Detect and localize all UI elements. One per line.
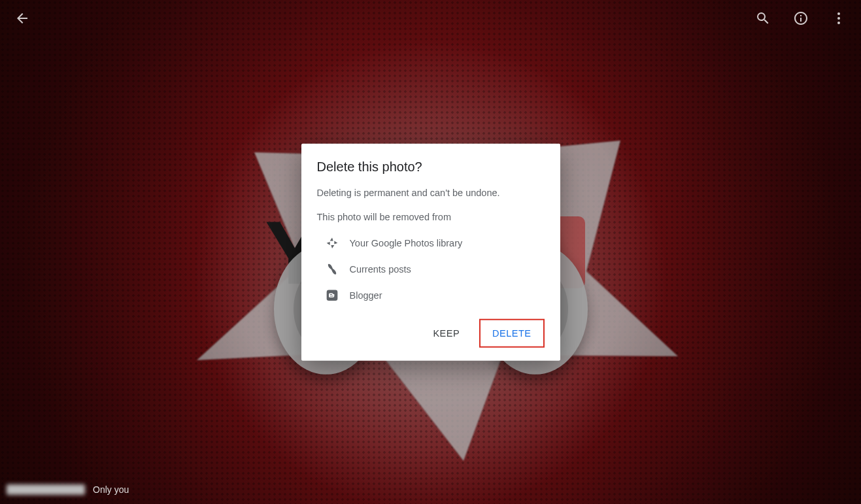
info-button[interactable]: [788, 5, 814, 31]
dialog-removed-from-list: Your Google Photos library Currents post…: [317, 230, 545, 309]
delete-photo-dialog: Delete this photo? Deleting is permanent…: [301, 143, 560, 361]
photos-pinwheel-icon: [325, 236, 339, 250]
dialog-title: Delete this photo?: [317, 159, 545, 174]
list-item-label: Currents posts: [350, 264, 411, 275]
info-icon: [793, 10, 809, 26]
list-item: Your Google Photos library: [317, 230, 545, 256]
visibility-label: Only you: [93, 484, 129, 495]
owner-name-redacted: [7, 484, 85, 495]
delete-button[interactable]: DELETE: [483, 322, 540, 345]
currents-icon: [325, 262, 339, 277]
arrow-back-icon: [14, 10, 30, 26]
list-item-label: Blogger: [350, 290, 382, 301]
svg-point-5: [837, 12, 840, 15]
more-options-button[interactable]: [826, 5, 852, 31]
svg-point-7: [837, 22, 840, 24]
more-vert-icon: [831, 10, 847, 26]
zoom-button[interactable]: [750, 5, 776, 31]
back-button[interactable]: [9, 5, 35, 31]
dialog-warning-text: Deleting is permanent and can't be undon…: [317, 186, 545, 200]
blogger-icon: [325, 288, 339, 303]
list-item: Currents posts: [317, 256, 545, 282]
list-item: Blogger: [317, 282, 545, 309]
zoom-icon: [755, 10, 771, 26]
dialog-actions: KEEP DELETE: [317, 314, 545, 356]
svg-point-6: [837, 17, 840, 20]
delete-button-highlight: DELETE: [479, 319, 544, 348]
dialog-removed-from-text: This photo will be removed from: [317, 210, 545, 225]
keep-button[interactable]: KEEP: [424, 319, 469, 348]
list-item-label: Your Google Photos library: [350, 238, 463, 248]
